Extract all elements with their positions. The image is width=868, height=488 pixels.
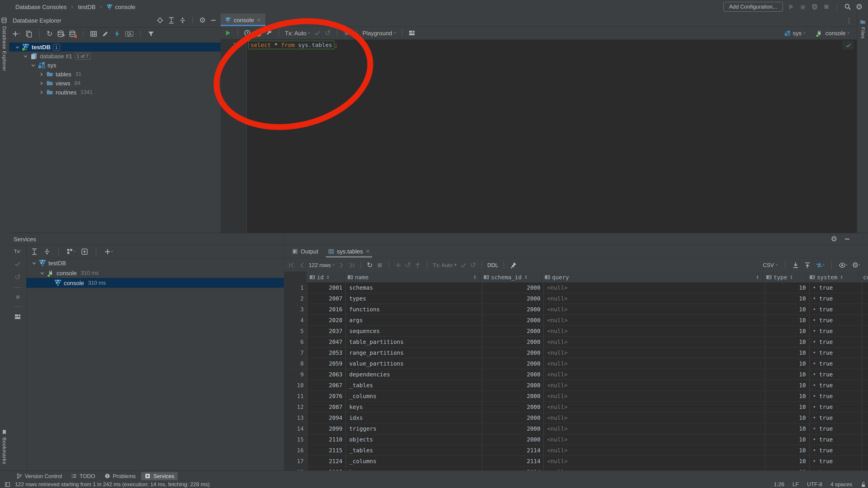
table-row[interactable]: 12001schemas2000<null>10•true (284, 283, 868, 293)
table-cell[interactable]: 2028 (307, 315, 346, 325)
add-configuration-button[interactable]: Add Configuration... (723, 2, 783, 12)
table-row[interactable]: 62047table_partitions2000<null>10•true (284, 337, 868, 348)
inspections-widget[interactable] (842, 41, 854, 50)
table-cell[interactable]: 10 (765, 337, 809, 347)
services-item-console-selected[interactable]: console 310 ms (26, 278, 284, 288)
table-cell[interactable]: 16 (284, 445, 307, 455)
table-row[interactable]: 112076_columns2000<null>10•true (284, 391, 868, 402)
line-ending[interactable]: LF (793, 481, 799, 488)
chevron-right-icon[interactable] (39, 80, 44, 86)
table-cell[interactable]: value_partitions (346, 358, 483, 369)
code-line[interactable]: select * from sys.tables ; (248, 41, 338, 49)
table-cell[interactable]: _columns (346, 456, 483, 466)
table-cell[interactable]: •true (809, 326, 862, 336)
table-cell[interactable]: keys (346, 402, 483, 412)
table-row[interactable]: 42028args2000<null>10•true (284, 315, 868, 326)
table-cell[interactable]: 2047 (307, 337, 346, 347)
stop-icon[interactable] (823, 3, 830, 10)
rollback-icon[interactable]: ↺ (470, 261, 476, 269)
table-cell[interactable]: 1 (284, 283, 307, 293)
chevron-down-icon[interactable] (40, 270, 45, 275)
table-cell[interactable]: 13 (284, 413, 307, 423)
table-cell[interactable]: 2115 (307, 445, 346, 455)
table-cell[interactable]: 10 (765, 358, 809, 369)
close-icon[interactable]: ✕ (257, 18, 261, 22)
header-name[interactable]: name (344, 271, 480, 283)
table-cell[interactable]: 2124 (307, 456, 346, 466)
table-cell[interactable]: 10 (765, 434, 809, 445)
pin-tab-icon[interactable] (509, 261, 517, 269)
table-cell[interactable]: 2099 (307, 423, 346, 434)
add-dropdown[interactable]: ▾ (104, 248, 113, 255)
table-cell[interactable]: 2001 (307, 283, 346, 293)
tab-problems[interactable]: Problems (101, 472, 139, 480)
table-cell[interactable]: 2000 (483, 434, 544, 445)
session-selector-dropdown[interactable]: console▾ (825, 30, 849, 36)
lock-open-icon[interactable] (860, 482, 866, 487)
tx-mode-dropdown[interactable]: Tx: Auto▾ (433, 262, 456, 268)
stop-icon[interactable] (15, 294, 21, 300)
table-cell[interactable]: <null> (544, 380, 765, 390)
detach-data-source-icon[interactable] (69, 30, 76, 37)
table-cell[interactable]: 10 (765, 315, 809, 325)
table-cell[interactable]: 11 (284, 391, 307, 401)
layout-icon[interactable] (14, 313, 21, 320)
table-cell[interactable]: <null> (544, 348, 765, 358)
table-cell[interactable]: 2094 (307, 413, 346, 423)
table-cell[interactable]: 2000 (483, 423, 544, 434)
first-page-icon[interactable] (288, 261, 295, 269)
stop-icon[interactable] (376, 261, 383, 269)
table-cell[interactable]: •true (809, 293, 862, 304)
table-cell[interactable]: <null> (544, 402, 765, 412)
table-cell[interactable] (862, 380, 868, 390)
table-cell[interactable]: 10 (765, 445, 809, 455)
tool-strip-bookmarks[interactable]: Bookmarks (2, 437, 7, 464)
table-cell[interactable]: 2007 (307, 293, 346, 304)
services-item-session[interactable]: console 310 ms (26, 268, 284, 278)
table-cell[interactable]: 2037 (307, 326, 346, 336)
table-cell[interactable]: 2000 (483, 293, 544, 304)
collapse-all-icon[interactable] (179, 17, 186, 24)
previous-page-icon[interactable] (298, 261, 306, 269)
tree-item-database-1[interactable]: database #1 1 of 7 (9, 52, 221, 61)
table-cell[interactable]: <null> (544, 358, 765, 369)
table-cell[interactable] (862, 456, 868, 466)
table-cell[interactable]: •true (809, 337, 862, 347)
table-cell[interactable]: 2000 (483, 337, 544, 347)
table-cell[interactable] (862, 402, 868, 412)
tx-dropdown[interactable]: Tx▾ (14, 249, 22, 254)
table-cell[interactable] (862, 326, 868, 336)
parameters-badge-icon[interactable]: p (254, 29, 262, 37)
table-cell[interactable]: •true (809, 304, 862, 315)
table-cell[interactable]: objects (346, 434, 483, 445)
tab-sys-tables[interactable]: sys.tables ✕ (324, 245, 374, 257)
table-row[interactable]: 32016functions2000<null>10•true (284, 304, 868, 315)
submit-icon[interactable] (414, 261, 421, 269)
table-cell[interactable]: table_partitions (346, 337, 483, 347)
history-clock-icon[interactable] (244, 29, 251, 37)
table-cell[interactable]: triggers (346, 423, 483, 434)
breadcrumb-item[interactable]: testDB (78, 3, 96, 10)
header-commit-act[interactable]: commit_act (859, 271, 868, 283)
table-cell[interactable]: •true (809, 423, 862, 434)
table-cell[interactable]: 10 (765, 348, 809, 358)
run-coverage-icon[interactable] (811, 3, 818, 10)
table-cell[interactable]: 7 (284, 348, 307, 358)
table-cell[interactable]: 10 (765, 391, 809, 401)
sort-icon[interactable] (326, 274, 331, 280)
table-cell[interactable]: 17 (284, 456, 307, 466)
page-size-dropdown[interactable]: 122 rows▾ (309, 262, 335, 268)
table-cell[interactable]: 10 (765, 293, 809, 304)
table-cell[interactable]: 10 (765, 283, 809, 293)
ql-console-icon[interactable]: QL (125, 31, 133, 37)
table-cell[interactable]: 2000 (483, 304, 544, 315)
expand-all-icon[interactable] (167, 17, 175, 24)
table-cell[interactable]: 2114 (483, 456, 544, 466)
table-cell[interactable]: •true (809, 445, 862, 455)
table-row[interactable]: 152110objects2000<null>10•true (284, 434, 868, 445)
tool-window-switcher-icon[interactable] (4, 482, 10, 487)
chevron-down-icon[interactable] (32, 260, 37, 265)
table-cell[interactable]: <null> (544, 413, 765, 423)
table-cell[interactable]: functions (346, 304, 483, 315)
table-cell[interactable]: <null> (544, 293, 765, 304)
